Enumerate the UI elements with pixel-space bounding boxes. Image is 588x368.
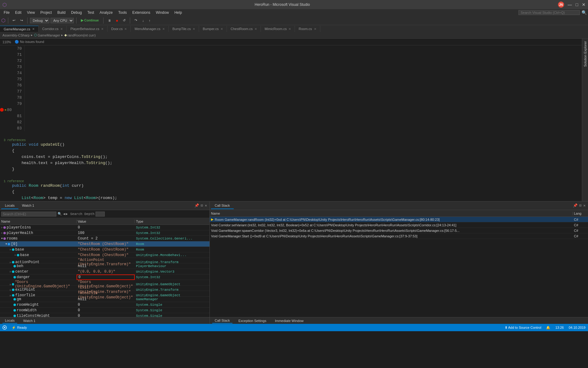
- expand-base2[interactable]: ▷: [15, 254, 16, 256]
- toolbar-forward[interactable]: ↪: [18, 18, 25, 23]
- tab-bumptile[interactable]: BumpTile.cs ✕: [169, 26, 199, 32]
- tab-watch1[interactable]: Watch 1: [18, 202, 38, 209]
- line-77: 77: [0, 88, 24, 94]
- toolbar-restart[interactable]: ↺: [121, 18, 127, 23]
- source-control-btn[interactable]: ⬆ Add to Source Control: [505, 326, 541, 330]
- toolbar-stepinto[interactable]: ↓: [140, 18, 146, 23]
- tab-bumper[interactable]: Bumper.cs ✕: [199, 26, 227, 32]
- code-line-79: List<Room> temp = new List<Room>(rooms);: [2, 195, 582, 201]
- tab-gamemanager[interactable]: GameManager.cs ✕: [0, 26, 39, 32]
- breadcrumb-assembly[interactable]: Assembly-CSharp: [2, 33, 30, 37]
- title-bar: ⬡ HeroRun - Microsoft Visual Studio JN —…: [0, 0, 588, 9]
- menu-view[interactable]: View: [24, 10, 37, 15]
- breadcrumb-method[interactable]: randRoom(int curr): [67, 33, 96, 37]
- expand-center[interactable]: ▷: [10, 270, 11, 273]
- code-line-77-wrapper: 1 reference public Room randRoom(int cur…: [2, 178, 582, 189]
- tab-close-door[interactable]: ✕: [124, 27, 127, 31]
- menu-debug[interactable]: Debug: [69, 10, 84, 15]
- line-82: 82: [0, 119, 24, 125]
- menu-file[interactable]: File: [1, 10, 12, 15]
- expand-rooms[interactable]: ▼: [1, 237, 3, 240]
- pin-button[interactable]: 📌: [194, 203, 199, 208]
- bottom-tab-watch1[interactable]: Watch 1: [21, 318, 38, 323]
- callstack-rows: ▶ Room GameManager:randRoom (Int32)+0xd …: [210, 217, 588, 317]
- row-rooms-0: ▼ [0] "ChestRoom (ChestRoom)" Room: [0, 241, 209, 247]
- menu-help[interactable]: Help: [172, 10, 184, 15]
- expand-doortile[interactable]: ▷: [10, 283, 11, 286]
- maximize-button[interactable]: □: [576, 2, 578, 7]
- expand-actionpoint[interactable]: ▷: [10, 261, 11, 264]
- status-bar-right: ⬆ Add to Source Control 🔔 13:26 04.10.20…: [505, 326, 586, 330]
- row-beh: beh null PlayerBehaviour: [0, 263, 209, 269]
- minimize-button[interactable]: —: [568, 2, 572, 7]
- toolbar-pause[interactable]: ⏸: [106, 18, 113, 23]
- menu-build[interactable]: Build: [55, 10, 68, 15]
- menu-tools[interactable]: Tools: [116, 10, 129, 15]
- breadcrumb-class[interactable]: GameManager: [38, 33, 60, 37]
- menu-edit[interactable]: Edit: [13, 10, 24, 15]
- tab-mimicroom[interactable]: MimicRoom.cs ✕: [261, 26, 295, 32]
- search-depth-input[interactable]: [96, 212, 105, 217]
- tab-chestroom[interactable]: ChestRoom.cs ✕: [227, 26, 261, 32]
- toolbar-stepover[interactable]: ↷: [133, 18, 139, 23]
- close-button[interactable]: ✕: [582, 2, 586, 7]
- search-icon[interactable]: 🔍: [582, 10, 587, 15]
- callstack-close[interactable]: ✕: [583, 203, 586, 208]
- bottom-tab-callstack[interactable]: Call Stack: [212, 318, 232, 324]
- bottom-panels: Locals Watch 1 📌 ⊡ ✕ 🔍 ◀ ▶ Search Depth …: [0, 201, 588, 324]
- tab-locals[interactable]: Locals: [1, 202, 18, 209]
- toolbar-stepout[interactable]: ↑: [147, 18, 153, 23]
- menu-analyze[interactable]: Analyze: [97, 10, 115, 15]
- tab-callstack[interactable]: Call Stack: [211, 202, 234, 209]
- tab-close-corridor[interactable]: ✕: [60, 27, 63, 31]
- menu-test[interactable]: Test: [85, 10, 96, 15]
- bottom-tab-exception-settings[interactable]: Exception Settings: [236, 318, 269, 323]
- tab-close-mimicroom[interactable]: ✕: [288, 27, 291, 31]
- tab-close-menumanager[interactable]: ✕: [162, 27, 165, 31]
- col-name: Name: [0, 220, 77, 223]
- search-fwd-btn[interactable]: ▶: [66, 212, 68, 216]
- line-71: 71: [0, 52, 24, 58]
- tab-close-playerbehaviour[interactable]: ✕: [101, 27, 104, 31]
- continue-button[interactable]: ▶ Continue: [79, 18, 101, 23]
- bottom-tab-immediate-window[interactable]: Immediate Window: [273, 318, 306, 323]
- source-control-item[interactable]: [2, 325, 7, 330]
- menu-extensions[interactable]: Extensions: [130, 10, 153, 15]
- tab-close-room[interactable]: ✕: [314, 27, 316, 31]
- menu-window[interactable]: Window: [153, 10, 172, 15]
- callstack-row-2: Void GameManager:spawnCorridor (Vector3,…: [210, 228, 588, 233]
- expand-rooms-0[interactable]: ▼: [6, 243, 7, 245]
- tab-door[interactable]: Door.cs ✕: [107, 26, 131, 32]
- tab-room[interactable]: Room.cs ✕: [295, 26, 320, 32]
- menu-project[interactable]: Project: [38, 10, 54, 15]
- toolbar-sep-3: [76, 17, 77, 24]
- search-back-btn[interactable]: ◀: [63, 212, 65, 216]
- cpu-dropdown[interactable]: Any CPU: [51, 18, 74, 23]
- tab-close-bumptile[interactable]: ✕: [193, 27, 195, 31]
- title-bar-title: HeroRun - Microsoft Visual Studio: [7, 2, 558, 7]
- tab-menumanager[interactable]: MenuManager.cs ✕: [131, 26, 168, 32]
- callstack-float[interactable]: ⊡: [579, 203, 582, 208]
- expand-base1[interactable]: ▷: [10, 248, 11, 251]
- float-button[interactable]: ⊡: [201, 203, 203, 208]
- bottom-tab-locals[interactable]: Locals: [2, 318, 17, 324]
- search-input[interactable]: [518, 10, 580, 15]
- close-panel-button[interactable]: ✕: [205, 203, 207, 208]
- toolbar-back[interactable]: ↩: [11, 18, 17, 23]
- tab-close-chestroom[interactable]: ✕: [254, 27, 257, 31]
- toolbar-stop[interactable]: ■: [114, 18, 120, 23]
- tab-playerbehaviour[interactable]: PlayerBehaviour.cs ✕: [67, 26, 107, 32]
- debug-config-dropdown[interactable]: Debug: [30, 18, 49, 23]
- code-content[interactable]: 3 references public void updateUI() { co…: [0, 131, 582, 201]
- tab-close-gamemanager[interactable]: ✕: [32, 27, 35, 31]
- callstack-pin[interactable]: 📌: [573, 203, 578, 208]
- line-73: 73: [0, 64, 24, 70]
- row-playercoins: ▷ playerCoins 0 System.Int32: [0, 225, 209, 230]
- locals-search-input[interactable]: [1, 212, 56, 217]
- code-editor: 70 71 72 73 74 75 76 77 78 79 ➜ 80 81 82…: [0, 45, 582, 201]
- line-72: 72: [0, 58, 24, 64]
- tab-close-bumper[interactable]: ✕: [221, 27, 223, 31]
- tab-corridor[interactable]: Corridor.cs ✕: [39, 26, 67, 32]
- callstack-table-header: Name Lang: [210, 210, 588, 217]
- main-layout: 110% 🔵 No issues found 70 71 72 73 74 75…: [0, 39, 588, 201]
